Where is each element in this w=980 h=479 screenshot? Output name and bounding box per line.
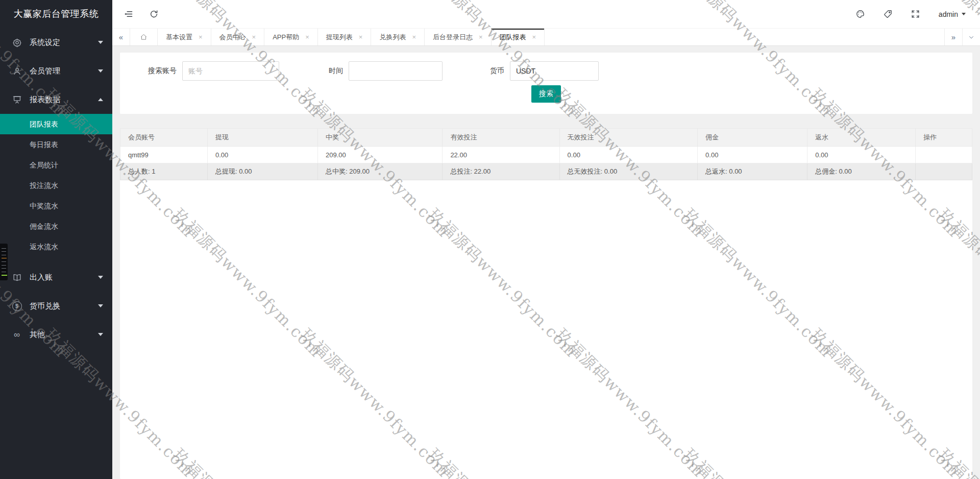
admin-username: admin: [939, 10, 958, 18]
chevron-down-icon: [98, 276, 103, 279]
close-icon[interactable]: ×: [305, 33, 309, 41]
table-row: qmtt99 0.00 209.00 22.00 0.00 0.00 0.00: [120, 147, 972, 163]
currency-label: 货币: [490, 66, 504, 76]
sidebar-item-global-stats[interactable]: 全局统计: [0, 155, 112, 175]
sidebar-item-bet-flow[interactable]: 投注流水: [0, 175, 112, 196]
topbar: admin: [112, 0, 980, 29]
admin-dropdown[interactable]: admin: [939, 10, 966, 18]
app-root: 大赢家后台管理系统 系统设定 会员管理 报表数据: [0, 0, 980, 479]
sidebar-item-label: 货币兑换: [30, 301, 98, 311]
table-summary-row: 总人数: 1 总提现: 0.00 总中奖: 209.00 总投注: 22.00 …: [120, 163, 972, 180]
summary-total-people: 总人数: 1: [120, 163, 208, 180]
close-icon[interactable]: ×: [532, 33, 536, 41]
book-icon: [11, 272, 22, 283]
summary-total-bet: 总投注: 22.00: [443, 163, 559, 180]
sidebar: 大赢家后台管理系统 系统设定 会员管理 报表数据: [0, 0, 112, 479]
tabs-scroll-left-icon[interactable]: «: [112, 29, 130, 45]
infinity-icon: ∞: [11, 329, 22, 340]
sidebar-item-label: 出入账: [30, 273, 98, 282]
close-icon[interactable]: ×: [479, 33, 483, 41]
cell-commission: 0.00: [698, 147, 807, 163]
tab-label: 提现列表: [326, 33, 353, 42]
chevron-down-icon: [962, 13, 966, 15]
tab-admin-login-log[interactable]: 后台登录日志 ×: [425, 29, 492, 45]
tab-home[interactable]: [130, 29, 158, 45]
theme-palette-icon[interactable]: [855, 9, 866, 20]
sidebar-item-team-report[interactable]: 团队报表: [0, 114, 112, 134]
fullscreen-icon[interactable]: [910, 9, 921, 20]
summary-total-win: 总中奖: 209.00: [318, 163, 443, 180]
tab-label: 后台登录日志: [433, 33, 473, 42]
tab-withdraw-list[interactable]: 提现列表 ×: [318, 29, 372, 45]
sidebar-item-win-flow[interactable]: 中奖流水: [0, 196, 112, 216]
search-button[interactable]: 搜索: [531, 85, 561, 103]
tab-app-help[interactable]: APP帮助 ×: [264, 29, 318, 45]
time-label: 时间: [329, 66, 343, 76]
sidebar-item-label: 系统设定: [30, 38, 98, 47]
tab-label: 兑换列表: [379, 33, 406, 42]
tab-team-report[interactable]: 团队报表 ×: [492, 29, 545, 45]
content: 搜索账号 时间 货币 USDT 搜索: [112, 46, 980, 479]
tabs-menu-chevron-icon[interactable]: [962, 29, 980, 45]
sidebar-item-others[interactable]: ∞ 其他: [0, 320, 112, 349]
close-icon[interactable]: ×: [252, 33, 256, 41]
topbar-right: admin: [839, 9, 966, 20]
dollar-icon: $: [11, 300, 22, 312]
button-row: 搜索: [120, 85, 972, 103]
sidebar-item-accounts[interactable]: 出入账: [0, 263, 112, 292]
cell-rebate: 0.00: [807, 147, 916, 163]
sidebar-item-commission-flow[interactable]: 佣金流水: [0, 216, 112, 236]
sidebar-item-rebate-flow[interactable]: 返水流水: [0, 236, 112, 257]
user-icon: [11, 65, 22, 77]
tabs-scroll-right-icon[interactable]: »: [944, 29, 962, 45]
column-header: 无效投注: [559, 129, 697, 147]
tab-label: APP帮助: [273, 33, 299, 42]
sidebar-item-label: 会员管理: [30, 66, 98, 76]
chevron-up-icon: [98, 98, 103, 101]
tab-label: 会员中心: [219, 33, 246, 42]
sidebar-item-label: 报表数据: [30, 95, 98, 105]
tabbar: « 基本设置 × 会员中心 × APP帮助 × 提现列表 × 兑换列表: [112, 29, 980, 46]
column-header: 中奖: [318, 129, 443, 147]
chevron-down-icon: [98, 41, 103, 44]
sidebar-item-system-settings[interactable]: 系统设定: [0, 28, 112, 57]
refresh-icon[interactable]: [148, 9, 159, 20]
sidebar-item-currency-exchange[interactable]: $ 货币兑换: [0, 292, 112, 320]
tag-icon[interactable]: [883, 9, 894, 20]
currency-select[interactable]: USDT: [510, 61, 599, 81]
column-header: 返水: [807, 129, 916, 147]
close-icon[interactable]: ×: [359, 33, 363, 41]
close-icon[interactable]: ×: [199, 33, 203, 41]
tabbar-spacer: [545, 29, 944, 45]
account-input[interactable]: [182, 61, 279, 81]
table-header-row: 会员账号 提现 中奖 有效投注 无效投注 佣金 返水 操作: [120, 129, 972, 147]
report-table: 会员账号 提现 中奖 有效投注 无效投注 佣金 返水 操作 qmtt99: [120, 128, 972, 180]
cell-actions: [916, 147, 972, 163]
presentation-icon: [11, 94, 22, 105]
collapse-sidebar-icon[interactable]: [122, 9, 134, 20]
tab-member-center[interactable]: 会员中心 ×: [211, 29, 265, 45]
chevron-down-icon: [98, 304, 103, 307]
column-header: 会员账号: [120, 129, 208, 147]
sidebar-item-reports[interactable]: 报表数据: [0, 85, 112, 114]
report-table-panel: 会员账号 提现 中奖 有效投注 无效投注 佣金 返水 操作 qmtt99: [120, 128, 972, 479]
app-title: 大赢家后台管理系统: [0, 0, 112, 28]
summary-total-withdraw: 总提现: 0.00: [207, 163, 317, 180]
tab-exchange-list[interactable]: 兑换列表 ×: [371, 29, 425, 45]
column-header: 提现: [207, 129, 317, 147]
sidebar-item-label: 其他: [30, 330, 98, 340]
column-header: 佣金: [698, 129, 807, 147]
close-icon[interactable]: ×: [412, 33, 416, 41]
summary-total-rebate: 总返水: 0.00: [698, 163, 807, 180]
summary-total-commission: 总佣金: 0.00: [807, 163, 916, 180]
sidebar-item-members[interactable]: 会员管理: [0, 57, 112, 85]
tab-label: 团队报表: [500, 33, 526, 42]
cell-withdraw: 0.00: [207, 147, 317, 163]
column-header: 有效投注: [443, 129, 559, 147]
tab-basic-settings[interactable]: 基本设置 ×: [158, 29, 211, 45]
search-panel: 搜索账号 时间 货币 USDT 搜索: [120, 53, 972, 114]
chevron-down-icon: [98, 333, 103, 336]
sidebar-item-daily-report[interactable]: 每日报表: [0, 134, 112, 155]
time-input[interactable]: [349, 61, 443, 81]
cell-member-account: qmtt99: [120, 147, 208, 163]
